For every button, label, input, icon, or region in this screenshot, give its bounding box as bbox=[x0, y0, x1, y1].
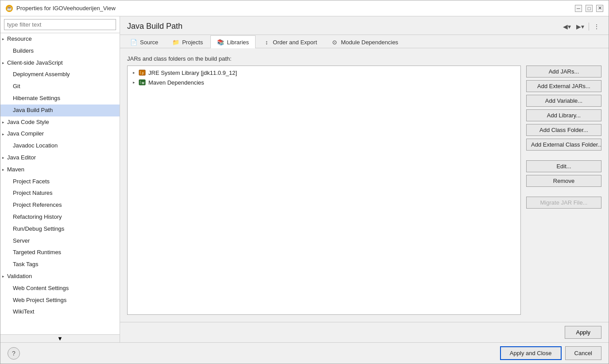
tab-icon-source: 📄 bbox=[130, 39, 137, 46]
sidebar-item-project-facets[interactable]: Project Facets bbox=[0, 176, 120, 188]
sidebar-item-label: Run/Debug Settings bbox=[13, 225, 64, 234]
sidebar-item-label: Task Tags bbox=[13, 260, 39, 269]
add-external-class-folder-button[interactable]: Add External Class Folder... bbox=[526, 139, 601, 151]
sidebar-item-web-content-settings[interactable]: Web Content Settings bbox=[0, 283, 120, 294]
sidebar-item-label: Deployment Assembly bbox=[13, 70, 70, 79]
add-external-jars-button[interactable]: Add External JARs... bbox=[526, 80, 601, 92]
chevron-icon: ▸ bbox=[2, 155, 4, 161]
sidebar-item-label: Resource bbox=[7, 35, 32, 44]
chevron-icon: ▸ bbox=[2, 36, 4, 42]
right-toolbar: ◀▾ ▶▾ ⋮ bbox=[561, 22, 601, 31]
window-title: Properties for IGOVeehouderijen_View bbox=[16, 5, 116, 12]
sidebar-item-label: Java Editor bbox=[7, 153, 36, 163]
lib-item-maven[interactable]: ▸ M Maven Dependencies bbox=[128, 77, 520, 87]
tab-icon-module-dependencies: ⊙ bbox=[331, 39, 338, 46]
lib-icon-maven: M bbox=[139, 79, 146, 86]
sidebar-item-project-natures[interactable]: Project Natures bbox=[0, 187, 120, 199]
tab-module-dependencies[interactable]: ⊙Module Dependencies bbox=[325, 35, 405, 48]
sidebar-item-label: Maven bbox=[7, 165, 24, 174]
sidebar-item-project-references[interactable]: Project References bbox=[0, 199, 120, 211]
sidebar-item-deployment-assembly[interactable]: Deployment Assembly bbox=[0, 69, 120, 81]
filter-input[interactable] bbox=[4, 19, 116, 30]
right-header: Java Build Path ◀▾ ▶▾ ⋮ bbox=[120, 16, 609, 35]
back-button[interactable]: ◀▾ bbox=[561, 22, 573, 31]
remove-button[interactable]: Remove bbox=[526, 175, 601, 187]
menu-button[interactable]: ⋮ bbox=[592, 22, 601, 31]
sidebar-item-label: Web Content Settings bbox=[13, 284, 69, 293]
sidebar-item-label: Java Code Style bbox=[7, 118, 49, 127]
chevron-icon: ▸ bbox=[2, 167, 4, 173]
tab-order-export[interactable]: ↕Order and Export bbox=[256, 35, 324, 48]
sidebar-item-label: Project References bbox=[13, 201, 62, 210]
tab-label-order-export: Order and Export bbox=[273, 39, 317, 46]
tab-projects[interactable]: 📁Projects bbox=[166, 35, 209, 48]
maximize-button[interactable]: □ bbox=[586, 5, 593, 12]
sidebar-item-label: Javadoc Location bbox=[13, 141, 58, 151]
sidebar-item-client-side-js[interactable]: ▸Client-side JavaScript bbox=[0, 57, 120, 69]
title-bar: ☕ Properties for IGOVeehouderijen_View ─… bbox=[0, 0, 609, 16]
lib-icon-jre: J bbox=[139, 69, 146, 76]
lib-label-jre: JRE System Library [jdk11.0.9_12] bbox=[148, 70, 237, 76]
sidebar-item-builders[interactable]: Builders bbox=[0, 45, 120, 57]
sidebar-item-label: Client-side JavaScript bbox=[7, 58, 63, 68]
tab-source[interactable]: 📄Source bbox=[124, 35, 165, 48]
sidebar-item-git[interactable]: Git bbox=[0, 81, 120, 93]
sidebar-item-wikitext[interactable]: WikiText bbox=[0, 306, 120, 318]
sidebar-item-label: Project Facets bbox=[13, 177, 50, 186]
content-main: ▸ J JRE System Library [jdk11.0.9_12] ▸ … bbox=[127, 66, 601, 315]
page-title: Java Build Path bbox=[127, 22, 182, 31]
sidebar-item-label: Git bbox=[13, 82, 20, 91]
tab-label-source: Source bbox=[140, 39, 158, 46]
add-jars-button[interactable]: Add JARs... bbox=[526, 66, 601, 77]
sidebar-item-server[interactable]: Server bbox=[0, 235, 120, 247]
tab-label-libraries: Libraries bbox=[227, 39, 249, 46]
sidebar-item-validation[interactable]: ▸Validation bbox=[0, 271, 120, 283]
sidebar-item-java-editor[interactable]: ▸Java Editor bbox=[0, 152, 120, 164]
content-label: JARs and class folders on the build path… bbox=[127, 55, 601, 62]
sidebar-item-label: Java Build Path bbox=[13, 106, 53, 115]
tab-libraries[interactable]: 📚Libraries bbox=[210, 35, 256, 48]
sidebar-item-label: Server bbox=[13, 236, 30, 246]
sidebar-item-refactoring-history[interactable]: Refactoring History bbox=[0, 211, 120, 223]
edit-button[interactable]: Edit... bbox=[526, 160, 601, 172]
dialog-footer: ? Apply and Close Cancel bbox=[0, 342, 609, 364]
tab-label-projects: Projects bbox=[182, 39, 203, 46]
add-library-button[interactable]: Add Library... bbox=[526, 109, 601, 121]
sidebar-item-task-tags[interactable]: Task Tags bbox=[0, 259, 120, 271]
add-variable-button[interactable]: Add Variable... bbox=[526, 95, 601, 107]
apply-close-button[interactable]: Apply and Close bbox=[500, 346, 562, 360]
library-tree: ▸ J JRE System Library [jdk11.0.9_12] ▸ … bbox=[127, 66, 521, 315]
apply-button[interactable]: Apply bbox=[565, 326, 601, 339]
button-spacer bbox=[526, 153, 601, 158]
footer-buttons: Apply and Close Cancel bbox=[500, 346, 601, 360]
tab-icon-libraries: 📚 bbox=[217, 39, 224, 46]
bottom-area: Apply bbox=[120, 322, 609, 342]
chevron-icon: ▸ bbox=[2, 131, 4, 137]
title-bar-left: ☕ Properties for IGOVeehouderijen_View bbox=[6, 5, 116, 12]
content-area: JARs and class folders on the build path… bbox=[120, 48, 609, 322]
cancel-button[interactable]: Cancel bbox=[565, 346, 601, 360]
forward-button[interactable]: ▶▾ bbox=[574, 22, 586, 31]
sidebar-item-targeted-runtimes[interactable]: Targeted Runtimes bbox=[0, 247, 120, 259]
sidebar-item-java-code-style[interactable]: ▸Java Code Style bbox=[0, 116, 120, 128]
app-icon: ☕ bbox=[6, 5, 13, 12]
sidebar-item-label: Hibernate Settings bbox=[13, 94, 60, 103]
sidebar-item-java-compiler[interactable]: ▸Java Compiler bbox=[0, 128, 120, 140]
add-class-folder-button[interactable]: Add Class Folder... bbox=[526, 124, 601, 136]
sidebar-item-maven[interactable]: ▸Maven bbox=[0, 164, 120, 176]
scroll-down-button[interactable]: ▼ bbox=[0, 334, 120, 342]
chevron-icon: ▸ bbox=[2, 273, 4, 279]
tab-icon-order-export: ↕ bbox=[263, 39, 270, 46]
close-button[interactable]: ✕ bbox=[596, 5, 603, 12]
left-panel: ▸ResourceBuilders▸Client-side JavaScript… bbox=[0, 16, 120, 342]
help-button[interactable]: ? bbox=[8, 347, 20, 360]
sidebar-item-resource[interactable]: ▸Resource bbox=[0, 33, 120, 45]
sidebar-item-web-project-settings[interactable]: Web Project Settings bbox=[0, 294, 120, 306]
sidebar-item-run-debug-settings[interactable]: Run/Debug Settings bbox=[0, 223, 120, 235]
tabs-bar: 📄Source📁Projects📚Libraries↕Order and Exp… bbox=[120, 35, 609, 48]
sidebar-item-javadoc-location[interactable]: Javadoc Location bbox=[0, 140, 120, 152]
minimize-button[interactable]: ─ bbox=[575, 5, 582, 12]
lib-item-jre[interactable]: ▸ J JRE System Library [jdk11.0.9_12] bbox=[128, 68, 520, 77]
sidebar-item-hibernate-settings[interactable]: Hibernate Settings bbox=[0, 93, 120, 105]
sidebar-item-java-build-path[interactable]: Java Build Path bbox=[0, 105, 120, 116]
